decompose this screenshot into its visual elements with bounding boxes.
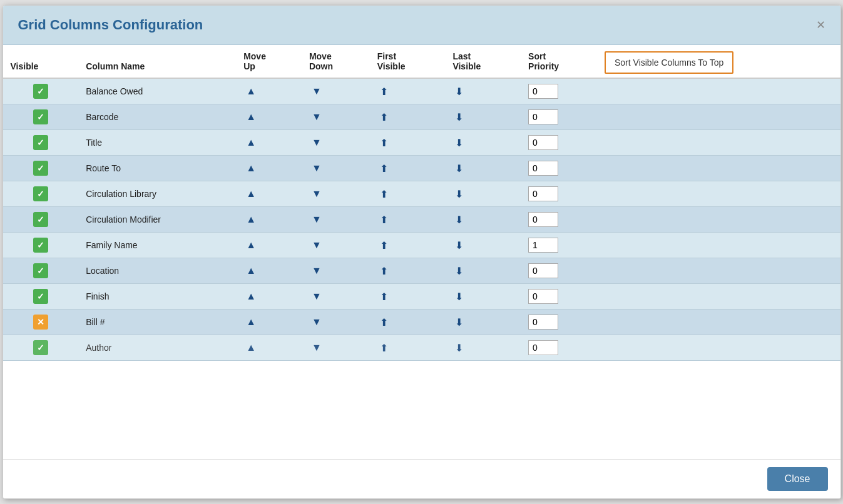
first-visible-button[interactable]: ⬆ xyxy=(377,213,391,227)
visible-cell[interactable]: ✓ xyxy=(3,207,79,233)
checkbox-checked[interactable]: ✓ xyxy=(33,186,48,201)
move-up-cell: ▲ xyxy=(236,78,302,104)
move-up-button[interactable]: ▲ xyxy=(243,290,258,303)
table-container[interactable]: Visible Column Name Move Up Move Down Fi… xyxy=(3,45,840,459)
header-visible: Visible xyxy=(3,45,79,78)
sort-priority-input[interactable] xyxy=(528,84,558,99)
first-visible-button[interactable]: ⬆ xyxy=(377,290,391,304)
sort-priority-input[interactable] xyxy=(528,238,558,253)
sort-priority-input[interactable] xyxy=(528,109,558,124)
visible-cell[interactable]: ✓ xyxy=(3,104,79,130)
move-up-button[interactable]: ▲ xyxy=(243,264,258,278)
visible-cell[interactable]: ✕ xyxy=(3,310,79,335)
sort-priority-input[interactable] xyxy=(528,135,558,150)
checkbox-checked[interactable]: ✓ xyxy=(33,109,48,124)
sort-priority-input[interactable] xyxy=(528,315,558,330)
first-visible-button[interactable]: ⬆ xyxy=(377,136,391,150)
move-down-button[interactable]: ▼ xyxy=(309,161,324,175)
last-visible-button[interactable]: ⬇ xyxy=(452,315,466,330)
move-up-button[interactable]: ▲ xyxy=(243,161,258,175)
visible-cell[interactable]: ✓ xyxy=(3,156,79,181)
move-down-button[interactable]: ▼ xyxy=(309,290,324,303)
last-visible-button[interactable]: ⬇ xyxy=(452,136,466,150)
last-visible-button[interactable]: ⬇ xyxy=(452,84,466,99)
move-up-cell: ▲ xyxy=(236,284,302,310)
move-up-button[interactable]: ▲ xyxy=(243,187,258,201)
last-visible-button[interactable]: ⬇ xyxy=(452,264,466,278)
first-visible-button[interactable]: ⬆ xyxy=(377,341,391,355)
visible-cell[interactable]: ✓ xyxy=(3,258,79,284)
move-down-button[interactable]: ▼ xyxy=(309,187,324,201)
first-visible-cell: ⬆ xyxy=(370,104,446,130)
move-down-cell: ▼ xyxy=(302,78,370,104)
checkbox-checked[interactable]: ✓ xyxy=(33,340,48,355)
first-visible-button[interactable]: ⬆ xyxy=(377,84,391,99)
checkbox-checked[interactable]: ✓ xyxy=(33,238,48,253)
last-visible-button[interactable]: ⬇ xyxy=(452,161,466,176)
move-down-cell: ▼ xyxy=(302,104,370,130)
sort-priority-input[interactable] xyxy=(528,340,558,355)
last-visible-cell: ⬇ xyxy=(445,207,521,233)
first-visible-button[interactable]: ⬆ xyxy=(377,264,391,278)
first-visible-cell: ⬆ xyxy=(370,335,446,361)
move-up-button[interactable]: ▲ xyxy=(243,315,258,329)
checkbox-checked[interactable]: ✓ xyxy=(33,135,48,150)
first-visible-button[interactable]: ⬆ xyxy=(377,161,391,176)
move-up-button[interactable]: ▲ xyxy=(243,213,258,226)
checkbox-checked[interactable]: ✓ xyxy=(33,263,48,278)
first-visible-button[interactable]: ⬆ xyxy=(377,315,391,330)
checkbox-checked[interactable]: ✓ xyxy=(33,161,48,176)
last-visible-button[interactable]: ⬇ xyxy=(452,238,466,253)
move-down-button[interactable]: ▼ xyxy=(309,238,324,252)
move-up-button[interactable]: ▲ xyxy=(243,84,258,98)
modal-title: Grid Columns Configuration xyxy=(18,17,203,33)
move-down-button[interactable]: ▼ xyxy=(309,315,324,329)
checkbox-checked[interactable]: ✓ xyxy=(33,212,48,227)
last-visible-button[interactable]: ⬇ xyxy=(452,290,466,304)
checkbox-checked[interactable]: ✓ xyxy=(33,84,48,99)
close-x-button[interactable]: ✕ xyxy=(816,19,825,31)
close-button[interactable]: Close xyxy=(767,467,828,491)
first-visible-button[interactable]: ⬆ xyxy=(377,238,391,253)
column-name-cell: Location xyxy=(78,258,236,284)
visible-cell[interactable]: ✓ xyxy=(3,181,79,207)
move-up-cell: ▲ xyxy=(236,335,302,361)
move-down-cell: ▼ xyxy=(302,207,370,233)
move-down-button[interactable]: ▼ xyxy=(309,136,324,149)
last-visible-button[interactable]: ⬇ xyxy=(452,110,466,124)
move-up-button[interactable]: ▲ xyxy=(243,341,258,355)
last-visible-cell: ⬇ xyxy=(445,156,521,181)
sort-visible-columns-button[interactable]: Sort Visible Columns To Top xyxy=(605,51,733,74)
move-up-button[interactable]: ▲ xyxy=(243,238,258,252)
sort-priority-input[interactable] xyxy=(528,161,558,176)
table-row: ✓Route To▲▼⬆⬇ xyxy=(3,156,840,181)
move-up-button[interactable]: ▲ xyxy=(243,136,258,149)
last-visible-button[interactable]: ⬇ xyxy=(452,187,466,201)
move-down-button[interactable]: ▼ xyxy=(309,84,324,98)
column-name-cell: Barcode xyxy=(78,104,236,130)
sort-priority-input[interactable] xyxy=(528,212,558,227)
move-up-button[interactable]: ▲ xyxy=(243,110,258,124)
visible-cell[interactable]: ✓ xyxy=(3,78,79,104)
visible-cell[interactable]: ✓ xyxy=(3,284,79,310)
last-visible-button[interactable]: ⬇ xyxy=(452,213,466,227)
last-visible-button[interactable]: ⬇ xyxy=(452,341,466,355)
checkbox-unchecked[interactable]: ✕ xyxy=(33,315,48,330)
sort-priority-input[interactable] xyxy=(528,289,558,304)
move-down-button[interactable]: ▼ xyxy=(309,341,324,355)
checkbox-checked[interactable]: ✓ xyxy=(33,289,48,304)
sort-priority-input[interactable] xyxy=(528,186,558,201)
column-name-cell: Balance Owed xyxy=(78,78,236,104)
first-visible-cell: ⬆ xyxy=(370,233,446,258)
move-down-button[interactable]: ▼ xyxy=(309,264,324,278)
visible-cell[interactable]: ✓ xyxy=(3,130,79,156)
empty-cell xyxy=(601,335,840,361)
sort-priority-input[interactable] xyxy=(528,263,558,278)
table-row: ✓Finish▲▼⬆⬇ xyxy=(3,284,840,310)
visible-cell[interactable]: ✓ xyxy=(3,335,79,361)
first-visible-button[interactable]: ⬆ xyxy=(377,187,391,201)
first-visible-button[interactable]: ⬆ xyxy=(377,110,391,124)
visible-cell[interactable]: ✓ xyxy=(3,233,79,258)
move-down-button[interactable]: ▼ xyxy=(309,110,324,124)
move-down-button[interactable]: ▼ xyxy=(309,213,324,226)
